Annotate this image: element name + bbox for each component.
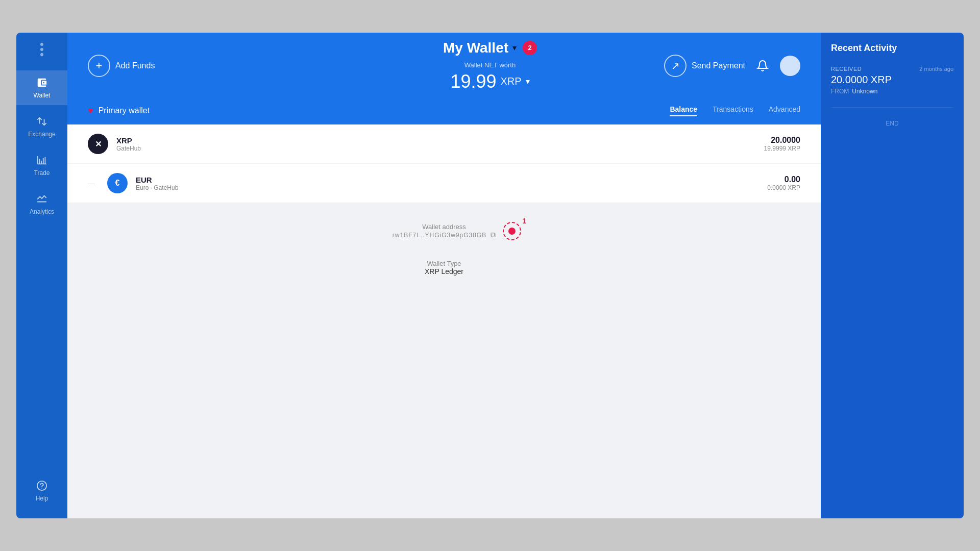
xrp-main-balance: 20.0000 [764,136,800,145]
send-payment-button[interactable]: ↗ Send Payment [664,55,745,77]
wallet-address-value: rw1BF7L..YHGiG3w9pG38GB ⧉ [393,231,496,239]
eur-balance: 0.00 0.0000 XRP [767,175,800,191]
sidebar-label-wallet: Wallet [34,92,51,99]
main-content: + Add Funds My Wallet ▾ 2 Wallet NET wor [67,33,821,518]
target-1-dot [508,228,516,235]
wallet-tabs: Balance Transactions Advanced [670,105,800,116]
wallet-info-section: Wallet address rw1BF7L..YHGiG3w9pG38GB ⧉… [67,203,821,518]
add-funds-label: Add Funds [115,61,155,70]
xrp-icon: ✕ [88,134,108,154]
tab-advanced[interactable]: Advanced [769,105,800,116]
activity-divider [831,107,953,108]
table-row: — € EUR Euro · GateHub 0.00 0.0000 XRP [67,164,821,203]
sidebar-dot-3 [40,53,43,56]
tab-transactions[interactable]: Transactions [713,105,753,116]
xrp-name: XRP [116,136,756,145]
copy-icon[interactable]: ⧉ [491,231,496,239]
net-worth-currency: XRP [500,76,521,87]
activity-item: RECEIVED 2 months ago 20.0000 XRP FROM U… [831,66,953,95]
send-arrow-icon: ↗ [664,55,687,77]
currency-chevron[interactable]: ▾ [526,77,530,86]
wallet-header: ♥ Primary wallet Balance Transactions Ad… [67,99,821,124]
eur-sub-balance: 0.0000 XRP [767,184,800,191]
net-worth-amount: 19.99 [450,71,496,92]
sidebar-dots [40,43,43,56]
eur-info: EUR Euro · GateHub [136,176,759,191]
eur-sub: Euro · GateHub [136,184,759,191]
sidebar-dot-2 [40,48,43,51]
heart-icon: ♥ [88,106,93,116]
sidebar-item-wallet[interactable]: Wallet [16,70,67,105]
activity-amount: 20.0000 XRP [831,74,953,86]
wallet-name-section: ♥ Primary wallet [88,106,150,116]
xrp-info: XRP GateHub [116,136,756,152]
activity-type: RECEIVED [831,66,862,72]
sidebar-item-help[interactable]: Help [16,473,67,508]
add-funds-button[interactable]: + Add Funds [88,55,155,77]
wallet-title: My Wallet [443,40,508,56]
plus-icon: + [88,55,110,77]
activity-header: RECEIVED 2 months ago [831,66,953,72]
net-worth-value: 19.99 XRP ▾ [450,71,529,92]
sidebar-item-trade[interactable]: Trade [16,148,67,183]
activity-from: FROM Unknown [831,88,953,95]
sidebar-dot-1 [40,43,43,46]
end-label: END [831,120,953,127]
send-payment-label: Send Payment [692,61,745,70]
sidebar-label-analytics: Analytics [30,208,54,215]
activity-from-label: FROM [831,88,849,95]
bell-icon[interactable] [755,59,770,73]
app-window: Wallet Exchange Trade [16,33,964,518]
header-right: ↗ Send Payment [664,55,800,77]
wallet-address-label: Wallet address [393,223,496,231]
activity-from-value: Unknown [852,88,877,95]
balance-table: ✕ XRP GateHub 20.0000 19.9999 XRP — € [67,124,821,203]
wallet-area: ♥ Primary wallet Balance Transactions Ad… [67,99,821,518]
wallet-chevron[interactable]: ▾ [512,43,517,53]
notification-badge: 2 [523,41,537,55]
net-worth-section: Wallet NET worth 19.99 XRP ▾ [450,61,529,92]
user-avatar[interactable] [780,56,800,76]
sidebar-label-exchange: Exchange [28,131,55,138]
sidebar-label-trade: Trade [34,169,50,177]
help-icon [36,480,48,492]
target-1-indicator [503,222,521,240]
sidebar-item-exchange[interactable]: Exchange [16,109,67,144]
sidebar-label-help: Help [36,495,48,502]
exchange-icon [36,115,48,128]
tab-balance[interactable]: Balance [670,105,697,116]
wallet-name: Primary wallet [99,106,150,115]
xrp-sub-balance: 19.9999 XRP [764,145,800,152]
wallet-type-value: XRP Ledger [425,267,463,276]
trade-icon [36,154,48,166]
panel-title: Recent Activity [831,43,953,54]
analytics-icon [36,193,48,205]
xrp-balance: 20.0000 19.9999 XRP [764,136,800,152]
eur-name: EUR [136,176,759,184]
header: + Add Funds My Wallet ▾ 2 Wallet NET wor [67,33,821,99]
row-dash: — [88,179,95,187]
wallet-type-label: Wallet Type [425,260,463,267]
net-worth-label: Wallet NET worth [450,61,529,69]
activity-time: 2 months ago [919,66,953,72]
xrp-sub: GateHub [116,145,756,152]
wallet-address-text: rw1BF7L..YHGiG3w9pG38GB [393,232,486,239]
wallet-title-section: My Wallet ▾ 2 [443,40,537,56]
sidebar-item-analytics[interactable]: Analytics [16,187,67,221]
right-panel: Recent Activity RECEIVED 2 months ago 20… [821,33,964,518]
target-1-label: 1 [522,217,526,225]
eur-icon: € [107,173,128,193]
sidebar: Wallet Exchange Trade [16,33,67,518]
table-row: ✕ XRP GateHub 20.0000 19.9999 XRP [67,124,821,164]
eur-main-balance: 0.00 [767,175,800,184]
wallet-icon [36,77,48,89]
